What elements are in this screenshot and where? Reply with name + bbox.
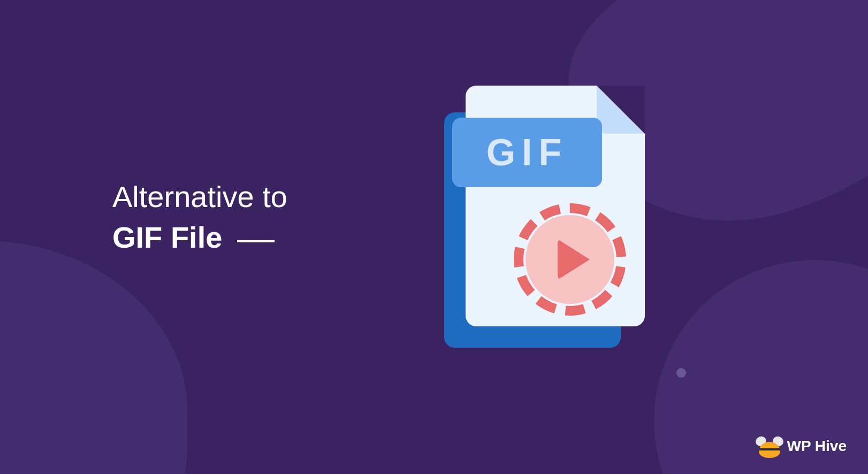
headline-line-1: Alternative to: [112, 177, 287, 217]
decorative-shape-left: [0, 241, 187, 474]
hive-stripe: [759, 448, 780, 450]
play-triangle-icon: [558, 239, 590, 280]
gif-file-icon: GIF: [439, 80, 653, 369]
file-front-layer: GIF: [466, 86, 645, 326]
hive-icon: [758, 434, 781, 458]
headline-line-2: GIF File: [112, 217, 222, 258]
play-circle: [526, 215, 614, 304]
brand-name: WP Hive: [787, 438, 847, 455]
brand-logo: WP Hive: [758, 434, 847, 458]
gif-badge: GIF: [452, 118, 602, 187]
play-icon: [514, 203, 626, 316]
headline-underline: [237, 240, 275, 242]
headline-block: Alternative to GIF File: [112, 177, 287, 257]
decorative-dot: [676, 368, 686, 378]
